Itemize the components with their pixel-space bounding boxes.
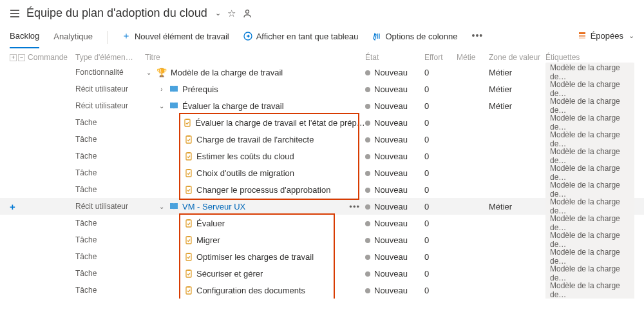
svg-rect-14 (186, 153, 191, 160)
epics-filter-button[interactable]: Épopées ⌄ (578, 31, 634, 44)
separator (107, 31, 108, 44)
task-icon (185, 219, 193, 228)
svg-rect-10 (185, 119, 190, 126)
task-icon (185, 185, 193, 194)
tab-backlog[interactable]: Backlog (10, 27, 39, 48)
column-options-button[interactable]: Options de colonne (372, 28, 457, 48)
state-dot (365, 87, 370, 92)
col-profession[interactable]: Métie (457, 53, 489, 62)
col-order[interactable]: Commande (28, 53, 75, 62)
column-headers: + − Commande Type d'élémen… Titre État E… (0, 49, 644, 64)
epics-label: Épopées (591, 31, 623, 41)
table-row[interactable]: Récit utilisateur › Prérequis Nouveau 0 … (0, 81, 644, 97)
svg-rect-28 (186, 287, 191, 294)
svg-rect-7 (579, 32, 585, 34)
table-row[interactable]: Tâche Estimer les coûts du cloud Nouveau… (0, 148, 644, 164)
add-child-button[interactable]: + (10, 201, 15, 212)
task-icon (185, 269, 193, 278)
new-work-item-button[interactable]: ＋ Nouvel élément de travail (122, 26, 229, 48)
collapse-all-button[interactable]: − (18, 54, 25, 61)
svg-rect-26 (186, 270, 191, 277)
svg-rect-5 (377, 34, 378, 39)
table-row[interactable]: Tâche Migrer Nouveau 0 Modèle de la char… (0, 231, 644, 248)
task-icon (185, 152, 193, 161)
svg-rect-25 (187, 253, 190, 254)
svg-rect-21 (187, 219, 190, 221)
svg-point-3 (245, 10, 249, 13)
svg-rect-29 (187, 286, 190, 288)
table-row[interactable]: Tâche Évaluer la charge de travail et l'… (0, 114, 644, 131)
col-tags[interactable]: Étiquettes (545, 53, 634, 62)
svg-rect-0 (10, 10, 19, 11)
svg-rect-15 (187, 152, 190, 153)
chevron-down-icon: ⌄ (629, 32, 634, 40)
svg-rect-12 (186, 136, 191, 143)
expand-toggle[interactable]: ⌄ (145, 69, 153, 76)
task-icon (185, 286, 193, 295)
board-icon (243, 32, 252, 41)
col-state[interactable]: État (365, 53, 424, 62)
title-chevron-icon[interactable]: ⌄ (215, 9, 221, 17)
table-row[interactable]: Tâche Sécuriser et gérer Nouveau 0 Modèl… (0, 265, 644, 282)
svg-rect-8 (579, 35, 585, 37)
view-as-board-label: Afficher en tant que tableau (256, 32, 359, 41)
page-title: Équipe du plan d'adoption du cloud (26, 6, 207, 20)
task-icon (185, 135, 193, 144)
col-type[interactable]: Type d'élémen… (75, 53, 145, 62)
title-link[interactable]: VM - Serveur UX (182, 202, 245, 211)
favorite-icon[interactable]: ☆ (227, 8, 236, 19)
svg-rect-13 (187, 135, 190, 137)
page-header: Équipe du plan d'adoption du cloud ⌄ ☆ (0, 0, 644, 24)
svg-rect-1 (10, 13, 19, 14)
svg-rect-22 (186, 237, 191, 244)
svg-rect-18 (186, 186, 191, 193)
view-as-board-button[interactable]: Afficher en tant que tableau (243, 28, 359, 48)
table-row[interactable]: Tâche Configuration des documents Nouvea… (0, 282, 644, 299)
new-work-item-label: Nouvel élément de travail (135, 32, 229, 41)
svg-rect-27 (187, 270, 190, 271)
expand-toggle[interactable]: ⌄ (158, 203, 166, 210)
table-row-selected[interactable]: + Récit utilisateur ⌄ VM - Serveur UX ••… (0, 198, 644, 215)
table-row[interactable]: Récit utilisateur ⌄ Évaluer la charge de… (0, 97, 644, 114)
more-actions-button[interactable]: ••• (471, 30, 483, 44)
svg-rect-16 (186, 170, 191, 177)
type-cell: Récit utilisateur (75, 84, 145, 93)
svg-rect-23 (187, 236, 190, 237)
story-icon (169, 202, 178, 210)
tab-analytics[interactable]: Analytique (53, 28, 93, 48)
table-row[interactable]: Tâche Choix d'outils de migration Nouvea… (0, 164, 644, 181)
zone-cell: Métier (489, 68, 545, 77)
col-value-zone[interactable]: Zone de valeur (489, 53, 545, 62)
plus-icon: ＋ (122, 30, 131, 42)
table-row[interactable]: Tâche Optimiser les charges de travail N… (0, 248, 644, 265)
type-cell: Fonctionnalité (75, 68, 145, 77)
team-icon[interactable] (242, 8, 252, 19)
expand-toggle[interactable]: ⌄ (158, 103, 166, 110)
title-text: Prérequis (182, 84, 218, 94)
svg-rect-19 (187, 186, 190, 187)
state-dot (365, 70, 370, 75)
svg-rect-9 (579, 37, 585, 39)
title-text: Modèle de la charge de travail (171, 68, 283, 77)
table-row[interactable]: Tâche Charge de travail de l'architecte … (0, 131, 644, 148)
svg-rect-24 (186, 253, 191, 260)
svg-rect-2 (10, 16, 19, 17)
story-icon (169, 102, 178, 110)
expand-all-button[interactable]: + (10, 54, 17, 61)
backlog-rows: Fonctionnalité ⌄ 🏆 Modèle de la charge d… (0, 64, 644, 299)
task-icon (185, 252, 193, 261)
column-options-icon (372, 32, 381, 41)
row-more-button[interactable]: ••• (349, 202, 360, 211)
toolbar: Backlog Analytique ＋ Nouvel élément de t… (0, 24, 644, 49)
table-row[interactable]: Tâche Changer le processus d'approbation… (0, 181, 644, 198)
svg-rect-11 (186, 119, 189, 120)
effort-cell: 0 (424, 68, 457, 77)
table-row[interactable]: Tâche Évaluer Nouveau 0 Modèle de la cha… (0, 215, 644, 231)
story-icon (169, 85, 178, 93)
expand-toggle[interactable]: › (158, 86, 166, 93)
col-title[interactable]: Titre (145, 53, 365, 62)
col-effort[interactable]: Effort (424, 53, 457, 62)
svg-rect-17 (187, 169, 190, 170)
table-row[interactable]: Fonctionnalité ⌄ 🏆 Modèle de la charge d… (0, 64, 644, 81)
task-icon (185, 168, 193, 177)
